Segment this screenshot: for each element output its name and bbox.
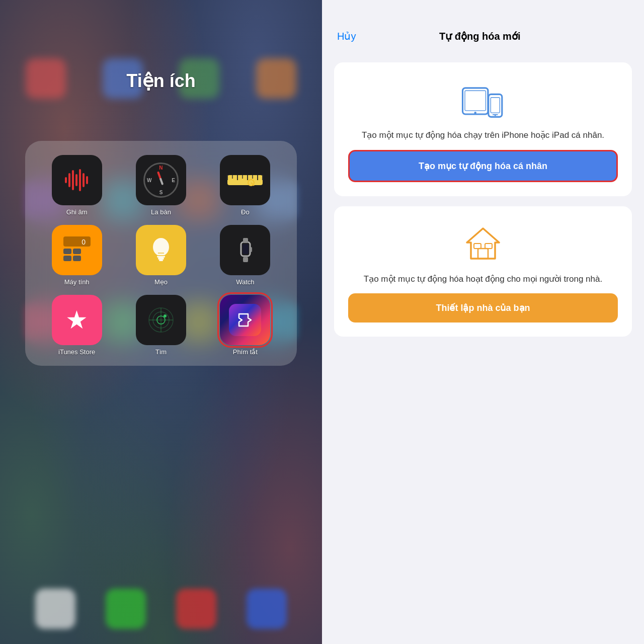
svg-text:0: 0 — [82, 238, 86, 246]
right-panel: Hủy Tự động hóa mới Tạo m — [322, 0, 644, 644]
app-item-voice[interactable]: Ghi âm — [37, 155, 116, 216]
folder-title: Tiện ích — [0, 70, 322, 92]
svg-rect-2 — [72, 170, 74, 190]
svg-rect-5 — [83, 173, 85, 187]
left-panel: Tiện ích Ghi âm — [0, 0, 322, 644]
svg-rect-4 — [79, 169, 81, 191]
voice-label: Ghi âm — [66, 208, 88, 216]
voice-app-icon — [52, 155, 102, 205]
app-item-itunes[interactable]: ★ iTunes Store — [37, 295, 116, 356]
cancel-button[interactable]: Hủy — [337, 30, 356, 42]
svg-rect-6 — [86, 176, 88, 184]
svg-point-42 — [164, 314, 167, 317]
compass-app-icon: N S E W — [136, 155, 186, 205]
devices-icon — [460, 80, 506, 121]
app-grid: Ghi âm N S E W La bàn — [37, 155, 285, 356]
bottom-app-2 — [106, 589, 146, 629]
svg-rect-24 — [73, 256, 81, 261]
personal-description: Tạo một mục tự động hóa chạy trên iPhone… — [362, 129, 604, 142]
svg-rect-52 — [478, 249, 488, 259]
svg-rect-35 — [243, 244, 249, 254]
svg-rect-20 — [63, 249, 71, 254]
svg-rect-34 — [243, 257, 248, 262]
home-automation-card: Tạo một mục tự động hóa hoạt động cho mọ… — [334, 206, 632, 337]
modal-header: Hủy Tự động hóa mới — [322, 0, 644, 52]
app-item-tips[interactable]: Mẹo — [121, 225, 200, 286]
find-app-icon — [136, 295, 186, 345]
modal-title: Tự động hóa mới — [439, 30, 520, 42]
bottom-apps-row — [0, 589, 322, 629]
svg-rect-29 — [159, 260, 163, 261]
shortcuts-label: Phím tắt — [233, 348, 258, 356]
personal-automation-card: Tạo một mục tự động hóa chạy trên iPhone… — [334, 62, 632, 196]
svg-rect-0 — [65, 177, 67, 183]
svg-rect-48 — [491, 98, 500, 113]
svg-rect-25 — [83, 256, 91, 261]
create-personal-automation-button[interactable]: Tạo mục tự động hóa cá nhân — [348, 150, 618, 182]
svg-marker-51 — [467, 228, 499, 259]
svg-rect-23 — [63, 256, 71, 261]
app-item-shortcuts[interactable]: Phím tắt — [206, 295, 285, 356]
svg-rect-45 — [465, 91, 486, 111]
svg-rect-1 — [68, 173, 70, 187]
compass-label: La bàn — [151, 208, 171, 216]
find-label: Tìm — [155, 348, 167, 356]
calculator-label: Máy tính — [64, 278, 90, 286]
measure-app-icon — [220, 155, 270, 205]
home-description: Tạo một mục tự động hóa hoạt động cho mọ… — [364, 273, 602, 286]
setup-home-button[interactable]: Thiết lập nhà của bạn — [348, 293, 618, 323]
itunes-app-icon: ★ — [52, 295, 102, 345]
svg-rect-54 — [485, 244, 492, 249]
app-item-calculator[interactable]: 0 Máy tính — [37, 225, 116, 286]
app-item-watch[interactable]: Watch — [206, 225, 285, 286]
svg-rect-3 — [75, 174, 77, 186]
calculator-app-icon: 0 — [52, 225, 102, 275]
home-icon — [460, 224, 506, 265]
app-folder: Ghi âm N S E W La bàn — [25, 141, 297, 366]
app-item-find[interactable]: Tìm — [121, 295, 200, 356]
svg-point-46 — [474, 112, 476, 114]
itunes-label: iTunes Store — [58, 348, 95, 356]
svg-rect-50 — [493, 114, 498, 115]
watch-label: Watch — [236, 278, 254, 286]
tips-app-icon — [136, 225, 186, 275]
svg-rect-36 — [250, 247, 252, 252]
modal-content: Tạo một mục tự động hóa chạy trên iPhone… — [322, 52, 644, 644]
svg-rect-33 — [243, 238, 248, 243]
svg-rect-22 — [83, 249, 91, 254]
tips-label: Mẹo — [154, 278, 168, 286]
bottom-app-1 — [35, 589, 75, 629]
svg-rect-53 — [474, 244, 481, 249]
watch-app-icon — [220, 225, 270, 275]
bottom-app-4 — [247, 589, 287, 629]
svg-rect-28 — [158, 258, 164, 260]
measure-label: Đo — [241, 208, 250, 216]
app-item-compass[interactable]: N S E W La bàn — [121, 155, 200, 216]
svg-rect-18 — [63, 236, 91, 247]
shortcuts-app-icon — [220, 295, 270, 345]
svg-rect-43 — [229, 304, 261, 336]
svg-rect-21 — [73, 249, 81, 254]
app-item-measure[interactable]: Đo — [206, 155, 285, 216]
bottom-app-3 — [176, 589, 216, 629]
